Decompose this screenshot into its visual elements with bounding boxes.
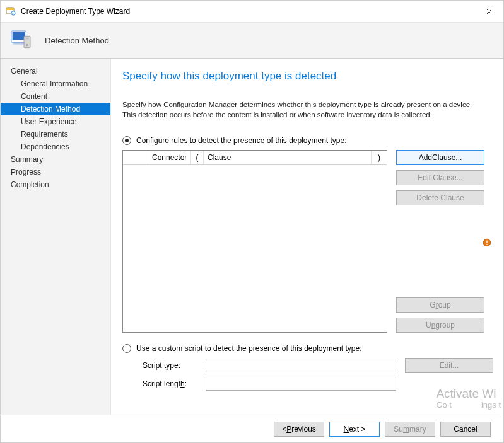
sidebar-item-general[interactable]: General: [1, 65, 110, 78]
content-pane: Specify how this deployment type is dete…: [111, 59, 503, 415]
script-length-label: Script length:: [122, 379, 206, 388]
sidebar-item-summary[interactable]: Summary: [1, 153, 110, 166]
col-connector[interactable]: Connector: [148, 151, 191, 164]
radio-configure-rules[interactable]: Configure rules to detect the presence o…: [122, 136, 493, 145]
script-length-input[interactable]: [206, 377, 396, 391]
svg-rect-5: [13, 43, 24, 45]
computer-icon: [8, 28, 33, 53]
page-description: Specify how Configuration Manager determ…: [122, 100, 482, 120]
rules-table-header: Connector ( Clause ): [123, 151, 387, 165]
title-bar: Create Deployment Type Wizard: [1, 1, 503, 23]
edit-script-button[interactable]: Edit...: [405, 358, 493, 373]
sidebar-item-detection-method[interactable]: Detection Method: [1, 103, 110, 115]
wizard-footer: < Previous Next > Summary Cancel: [1, 415, 503, 442]
group-button[interactable]: Group: [396, 297, 484, 313]
svg-rect-7: [26, 38, 29, 40]
window-title: Create Deployment Type Wizard: [21, 7, 474, 16]
script-type-label: Script type:: [122, 361, 206, 370]
banner: Detection Method: [1, 23, 503, 59]
col-close-paren[interactable]: ): [372, 151, 387, 164]
previous-button[interactable]: < Previous: [274, 422, 324, 437]
sidebar-item-user-experience[interactable]: User Experience: [1, 115, 110, 128]
close-icon: [486, 8, 493, 15]
radio-custom-script[interactable]: Use a custom script to detect the presen…: [122, 344, 493, 353]
edit-clause-button[interactable]: Edit Clause...: [396, 170, 484, 185]
svg-point-8: [26, 44, 28, 46]
ungroup-button[interactable]: Ungroup: [396, 318, 484, 333]
svg-rect-4: [13, 32, 25, 40]
sidebar-item-completion[interactable]: Completion: [1, 178, 110, 191]
radio-custom-script-label: Use a custom script to detect the presen…: [136, 344, 362, 353]
rules-table[interactable]: Connector ( Clause ): [122, 150, 387, 333]
col-clause[interactable]: Clause: [204, 151, 372, 164]
page-heading: Specify how this deployment type is dete…: [122, 70, 493, 83]
sidebar-item-dependencies[interactable]: Dependencies: [1, 141, 110, 153]
windows-activation-watermark: Activate Wi Go t ings t: [436, 388, 501, 410]
radio-configure-rules-label: Configure rules to detect the presence o…: [136, 136, 347, 145]
cancel-button[interactable]: Cancel: [440, 422, 491, 437]
col-open-paren[interactable]: (: [191, 151, 204, 164]
warning-icon: [483, 238, 491, 247]
radio-icon: [122, 344, 131, 353]
svg-rect-10: [486, 241, 487, 243]
wizard-window: Create Deployment Type Wizard Detection …: [0, 0, 504, 443]
close-button[interactable]: [474, 1, 503, 22]
sidebar: GeneralGeneral InformationContentDetecti…: [1, 59, 111, 415]
delete-clause-button[interactable]: Delete Clause: [396, 190, 484, 205]
svg-rect-1: [6, 8, 14, 10]
wizard-icon: [6, 6, 16, 16]
add-clause-button[interactable]: Add Clause...: [396, 150, 484, 165]
sidebar-item-progress[interactable]: Progress: [1, 166, 110, 178]
sidebar-item-requirements[interactable]: Requirements: [1, 128, 110, 141]
banner-step-title: Detection Method: [45, 36, 109, 45]
sidebar-item-general-information[interactable]: General Information: [1, 78, 110, 90]
radio-icon: [122, 136, 131, 145]
script-type-input[interactable]: [206, 359, 396, 372]
sidebar-item-content[interactable]: Content: [1, 90, 110, 103]
summary-button[interactable]: Summary: [385, 422, 435, 437]
col-icon[interactable]: [123, 151, 148, 164]
svg-rect-11: [486, 244, 487, 245]
next-button[interactable]: Next >: [329, 422, 380, 437]
